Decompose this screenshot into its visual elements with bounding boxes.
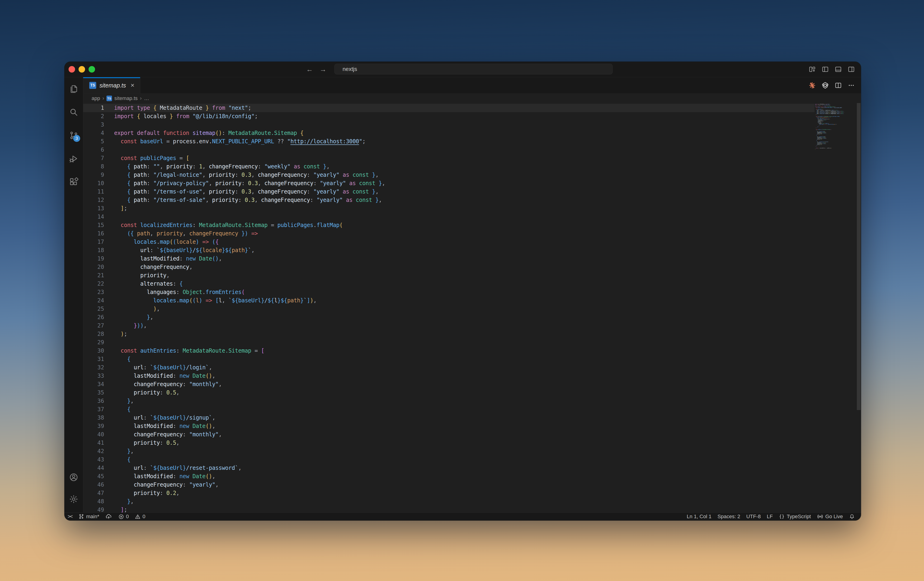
statusbar-go-live[interactable]: Go Live: [817, 513, 843, 521]
breadcrumb-item-sitemap-ts[interactable]: TSsitemap.ts: [106, 95, 138, 101]
line-number: 17: [83, 238, 104, 246]
statusbar-git-branch[interactable]: ✱main*: [78, 513, 99, 521]
line-number: 32: [83, 363, 104, 372]
activitybar-settings[interactable]: [64, 488, 83, 510]
activitybar-search[interactable]: [64, 101, 83, 124]
code-line-18[interactable]: 18 url: `${baseUrl}/${locale}${path}`,: [83, 246, 815, 255]
code-line-14[interactable]: 14: [83, 213, 815, 221]
window-zoom-button[interactable]: [89, 66, 95, 73]
code-line-24[interactable]: 24 locales.map((l) => [l, `${baseUrl}/${…: [83, 296, 815, 305]
editor[interactable]: 1import type { MetadataRoute } from "nex…: [83, 103, 861, 512]
window-close-button[interactable]: [69, 66, 75, 73]
code-line-25[interactable]: 25 ),: [83, 305, 815, 313]
tab-bar: TS sitemap.ts ×: [83, 77, 861, 94]
customize-layout-icon[interactable]: [806, 63, 819, 75]
claude-icon[interactable]: [806, 79, 819, 92]
statusbar-publish-changes[interactable]: [105, 513, 112, 521]
code-line-40[interactable]: 40 changeFrequency: "monthly",: [83, 430, 815, 439]
activitybar-source-control[interactable]: 3: [64, 124, 83, 147]
code-line-9[interactable]: 9 { path: "/legal-notice", priority: 0.3…: [83, 171, 815, 179]
code-line-44[interactable]: 44 url: `${baseUrl}/reset-password`,: [83, 464, 815, 472]
tab-sitemap-ts[interactable]: TS sitemap.ts ×: [83, 77, 140, 93]
code-line-37[interactable]: 37 {: [83, 405, 815, 414]
code-line-21[interactable]: 21 priority,: [83, 271, 815, 280]
code-line-39[interactable]: 39 lastModified: new Date(),: [83, 422, 815, 430]
minimap[interactable]: import type { MetadataRoute } from "next…: [814, 104, 856, 512]
code-line-42[interactable]: 42 },: [83, 447, 815, 455]
code-line-36[interactable]: 36 },: [83, 397, 815, 405]
code-line-1[interactable]: 1import type { MetadataRoute } from "nex…: [83, 104, 815, 112]
code-line-3[interactable]: 3: [83, 121, 815, 129]
code-line-8[interactable]: 8 { path: "", priority: 1, changeFrequen…: [83, 162, 815, 171]
code-line-38[interactable]: 38 url: `${baseUrl}/signup`,: [83, 414, 815, 422]
code-line-13[interactable]: 13 ];: [83, 204, 815, 213]
activitybar-explorer[interactable]: [64, 77, 83, 101]
line-number: 21: [83, 271, 104, 280]
code-line-41[interactable]: 41 priority: 0.5,: [83, 439, 815, 447]
statusbar-errors[interactable]: 0: [118, 513, 129, 521]
code-line-12[interactable]: 12 { path: "/terms-of-sale", priority: 0…: [83, 196, 815, 204]
openai-icon[interactable]: [819, 79, 832, 92]
code-line-28[interactable]: 28 );: [83, 330, 815, 338]
code-line-15[interactable]: 15 const localizedEntries: MetadataRoute…: [83, 221, 815, 229]
line-number: 2: [83, 112, 104, 121]
activitybar-extensions[interactable]: [64, 170, 83, 194]
code-line-43[interactable]: 43 {: [83, 455, 815, 464]
more-actions-icon[interactable]: [845, 79, 858, 92]
nav-back-icon[interactable]: ←: [306, 65, 313, 73]
code-line-20[interactable]: 20 changeFrequency,: [83, 263, 815, 271]
nav-forward-icon[interactable]: →: [320, 65, 327, 73]
code-line-47[interactable]: 47 priority: 0.2,: [83, 489, 815, 497]
command-center-search[interactable]: nextjs: [335, 64, 612, 74]
statusbar-encoding[interactable]: UTF-8: [746, 513, 761, 521]
window-minimize-button[interactable]: [79, 66, 85, 73]
code-line-35[interactable]: 35 priority: 0.5,: [83, 388, 815, 397]
line-number: 35: [83, 388, 104, 397]
statusbar-remote-indicator[interactable]: ><: [68, 513, 72, 521]
code-line-46[interactable]: 46 changeFrequency: "yearly",: [83, 480, 815, 489]
breadcrumb-item--[interactable]: …: [144, 95, 149, 101]
code-line-49[interactable]: 49 ];: [83, 506, 815, 512]
code-line-34[interactable]: 34 changeFrequency: "monthly",: [83, 380, 815, 388]
editor-scrollbar[interactable]: [856, 103, 861, 512]
code-line-26[interactable]: 26 },: [83, 313, 815, 321]
code-line-7[interactable]: 7 const publicPages = [: [83, 154, 815, 162]
statusbar-language-mode[interactable]: TypeScript: [779, 513, 811, 521]
code-line-5[interactable]: 5 const baseUrl = process.env.NEXT_PUBLI…: [83, 137, 815, 146]
line-number: 13: [83, 204, 104, 213]
toggle-primary-sidebar-icon[interactable]: [819, 63, 832, 75]
code-line-10[interactable]: 10 { path: "/privacy-policy", priority: …: [83, 179, 815, 187]
code-line-31[interactable]: 31 {: [83, 355, 815, 363]
statusbar-notifications[interactable]: [849, 513, 855, 521]
code-line-19[interactable]: 19 lastModified: new Date(),: [83, 255, 815, 263]
code-line-16[interactable]: 16 ({ path, priority, changeFrequency })…: [83, 229, 815, 238]
code-line-6[interactable]: 6: [83, 146, 815, 154]
code-line-45[interactable]: 45 lastModified: new Date(),: [83, 472, 815, 480]
toggle-panel-icon[interactable]: [832, 63, 845, 75]
code-line-48[interactable]: 48 },: [83, 497, 815, 506]
code-line-30[interactable]: 30 const authEntries: MetadataRoute.Site…: [83, 346, 815, 355]
toggle-secondary-sidebar-icon[interactable]: [845, 63, 858, 75]
statusbar-cursor-position[interactable]: Ln 1, Col 1: [687, 513, 711, 521]
code-line-17[interactable]: 17 locales.map((locale) => ({: [83, 238, 815, 246]
scrollbar-slider[interactable]: [857, 103, 861, 410]
code-line-4[interactable]: 4export default function sitemap(): Meta…: [83, 129, 815, 137]
code-line-23[interactable]: 23 languages: Object.fromEntries(: [83, 288, 815, 296]
activitybar-run-debug[interactable]: [64, 147, 83, 170]
code-line-11[interactable]: 11 { path: "/terms-of-use", priority: 0.…: [83, 187, 815, 196]
code-line-29[interactable]: 29: [83, 338, 815, 346]
code-area[interactable]: 1import type { MetadataRoute } from "nex…: [83, 104, 815, 512]
code-line-27[interactable]: 27 })),: [83, 321, 815, 330]
code-line-32[interactable]: 32 url: `${baseUrl}/login`,: [83, 363, 815, 372]
statusbar-indentation[interactable]: Spaces: 2: [718, 513, 740, 521]
split-editor-icon[interactable]: [832, 79, 845, 92]
tab-label: sitemap.ts: [99, 82, 126, 89]
statusbar-eol[interactable]: LF: [767, 513, 773, 521]
tab-close-icon[interactable]: ×: [130, 82, 134, 89]
code-line-2[interactable]: 2import { locales } from "@/lib/i18n/con…: [83, 112, 815, 121]
code-line-33[interactable]: 33 lastModified: new Date(),: [83, 372, 815, 380]
breadcrumb-item-app[interactable]: app: [92, 95, 100, 101]
statusbar-warnings[interactable]: 0: [135, 513, 145, 521]
activitybar-accounts[interactable]: [64, 466, 83, 488]
code-line-22[interactable]: 22 alternates: {: [83, 280, 815, 288]
